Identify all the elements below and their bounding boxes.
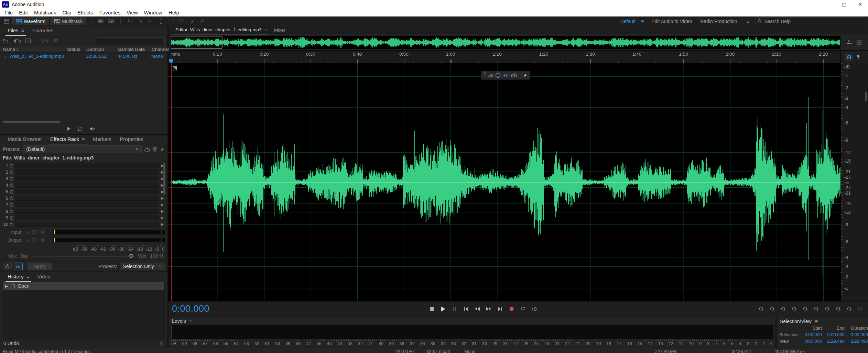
workspace-menu-icon[interactable]: ≡ (641, 19, 644, 24)
slot-effect-field[interactable] (15, 209, 159, 214)
menu-item-help[interactable]: Help (165, 10, 182, 15)
slot-arrow-icon[interactable]: ▶ (160, 216, 165, 220)
menu-item-multitrack[interactable]: Multitrack (31, 10, 59, 15)
slot-power-icon[interactable] (10, 196, 14, 200)
volume-hud[interactable]: +0 dB (481, 71, 530, 80)
menu-item-window[interactable]: Window (141, 10, 165, 15)
zoom-to-selection-icon[interactable]: + (834, 305, 843, 313)
workspace-item-radio-production[interactable]: Radio Production (696, 19, 741, 24)
zoom-out-amplitude-icon[interactable]: − (768, 305, 777, 313)
zoom-in-time-icon[interactable]: + (779, 305, 788, 313)
zoom-out-time-icon[interactable]: − (790, 305, 799, 313)
slot-effect-field[interactable] (15, 176, 159, 181)
file-name-cell[interactable]: ›Wills_d…er_1-editing.mp3 (0, 54, 64, 59)
vertical-scrollbar[interactable] (865, 92, 867, 101)
close-button[interactable]: ✕ (852, 0, 868, 9)
sv-value[interactable]: 0:00.000 (845, 332, 868, 337)
spectral-display-icon[interactable] (107, 18, 116, 25)
favorite-star-icon[interactable]: ★ (160, 146, 165, 153)
menu-item-favorites[interactable]: Favorites (96, 10, 124, 15)
output-gain-knob-icon[interactable] (32, 238, 37, 243)
stop-button[interactable] (427, 305, 436, 313)
preview-volume-icon[interactable] (90, 126, 95, 131)
waveform-display[interactable]: +0 dB (169, 63, 840, 301)
mix-slider[interactable] (31, 256, 134, 256)
save-file-icon[interactable] (42, 38, 49, 43)
waveform-view-button[interactable]: Waveform (12, 18, 49, 25)
input-gain-knob-icon[interactable] (32, 230, 37, 235)
move-tool-icon[interactable] (126, 18, 134, 25)
new-item-icon[interactable] (25, 38, 32, 43)
sv-value[interactable]: 0:00.000 (799, 332, 822, 337)
slot-arrow-icon[interactable]: ▶ (160, 222, 165, 226)
import-file-icon[interactable] (14, 38, 21, 43)
open-file-icon[interactable] (3, 38, 9, 43)
file-row[interactable]: ›Wills_d…er_1-editing.mp332:26.61244100 … (0, 53, 167, 60)
expand-chevron-icon[interactable]: › (4, 54, 6, 59)
slot-power-icon[interactable] (10, 183, 14, 187)
marquee-selection-tool-icon[interactable] (167, 18, 176, 25)
zoom-in-at-in-point-icon[interactable]: + (812, 305, 821, 313)
slot-power-icon[interactable] (10, 164, 14, 168)
files-column-channels[interactable]: Channels (149, 46, 170, 52)
pause-button[interactable] (450, 305, 459, 313)
tab-editor[interactable]: Editor: Wills_diner_chapter_1-editing.mp… (172, 27, 271, 34)
delete-preset-icon[interactable] (153, 147, 157, 152)
multitrack-view-button[interactable]: Multitrack (51, 18, 86, 25)
skip-to-end-button[interactable] (496, 305, 504, 313)
clear-history-trash-icon[interactable] (160, 341, 164, 346)
slot-effect-field[interactable] (15, 169, 159, 175)
workspace-default[interactable]: Default (616, 19, 640, 24)
time-selection-tool-icon[interactable] (156, 18, 165, 25)
slot-power-icon[interactable] (10, 190, 14, 194)
menu-item-clip[interactable]: Clip (59, 10, 74, 15)
slot-effect-field[interactable] (15, 183, 159, 188)
play-button[interactable] (439, 305, 448, 313)
loop-playback-button[interactable] (518, 305, 527, 313)
pin-tool-icon[interactable] (857, 55, 860, 59)
amplitude-ruler[interactable]: dB-1-1-2-2-3-3-4-4-6-6-9-9-12-12-15-15-2… (840, 63, 868, 301)
zoom-out-full-icon[interactable]: − (801, 305, 810, 313)
navigator-view-range[interactable] (171, 36, 223, 49)
sv-value[interactable]: 0:00.000 (822, 332, 845, 337)
record-button[interactable] (507, 305, 516, 313)
slot-arrow-icon[interactable]: ▶ (160, 196, 165, 200)
hud-gain-knob-icon[interactable] (495, 73, 501, 78)
loop-playback-icon[interactable] (78, 126, 83, 131)
slot-effect-field[interactable] (15, 202, 159, 207)
preview-play-icon[interactable] (67, 126, 71, 131)
preset-select[interactable]: (Default) ˅ (23, 145, 141, 153)
tab-effects-rack[interactable]: Effects Rack≡ (46, 136, 89, 144)
slot-power-icon[interactable] (10, 216, 14, 220)
zoom-in-amplitude-icon[interactable]: + (757, 305, 766, 313)
files-column-name[interactable]: Name↓ (0, 46, 64, 52)
spot-healing-brush-tool-icon[interactable] (198, 18, 207, 25)
files-list-empty-area[interactable] (0, 60, 167, 121)
trash-icon[interactable] (54, 38, 58, 43)
tab-properties[interactable]: Properties (116, 136, 147, 144)
menu-item-file[interactable]: File (1, 10, 16, 15)
menu-item-view[interactable]: View (123, 10, 141, 15)
slot-power-icon[interactable] (10, 209, 14, 213)
lasso-selection-tool-icon[interactable] (177, 18, 186, 25)
slot-power-icon[interactable] (10, 222, 14, 227)
slot-effect-field[interactable] (15, 189, 159, 194)
slip-tool-icon[interactable] (146, 18, 155, 25)
files-search-input[interactable] (100, 38, 163, 44)
history-item-open[interactable]: ▶Open (3, 282, 164, 290)
files-horizontal-scrollbar[interactable] (2, 121, 165, 123)
sv-value[interactable]: 0:00.000 (799, 339, 822, 344)
slot-arrow-icon[interactable]: ▶ (160, 209, 165, 213)
reset-zoom-icon[interactable] (845, 305, 854, 313)
slot-power-icon[interactable] (10, 177, 14, 181)
menu-item-effects[interactable]: Effects (74, 10, 96, 15)
menu-item-edit[interactable]: Edit (16, 10, 31, 15)
panel-menu-icon[interactable]: ≡ (82, 136, 85, 142)
tab-video[interactable]: Video (33, 274, 55, 282)
save-preset-icon[interactable] (144, 147, 150, 152)
tab-history[interactable]: History ≡ (3, 274, 33, 282)
help-search-input[interactable] (764, 19, 863, 24)
slot-effect-field[interactable] (15, 163, 159, 168)
slot-power-icon[interactable] (10, 170, 14, 174)
rack-power-button[interactable] (3, 263, 12, 270)
